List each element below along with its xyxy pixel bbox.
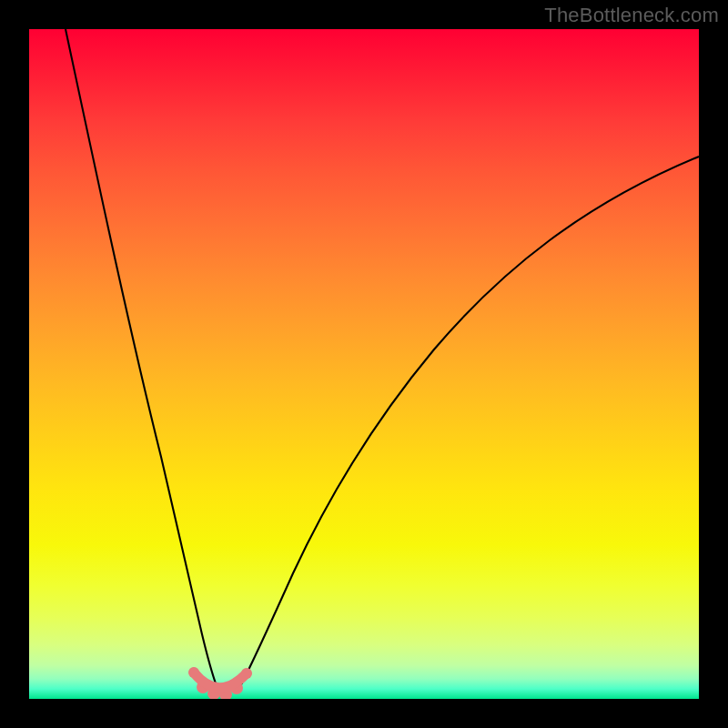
chart-svg [29,29,699,699]
valley-dot-chain [188,667,252,699]
chart-frame: TheBottleneck.com [0,0,728,728]
curve-left-branch [66,29,217,686]
plot-area [29,29,699,699]
watermark-text: TheBottleneck.com [544,4,719,27]
curve-right-branch [240,157,699,686]
